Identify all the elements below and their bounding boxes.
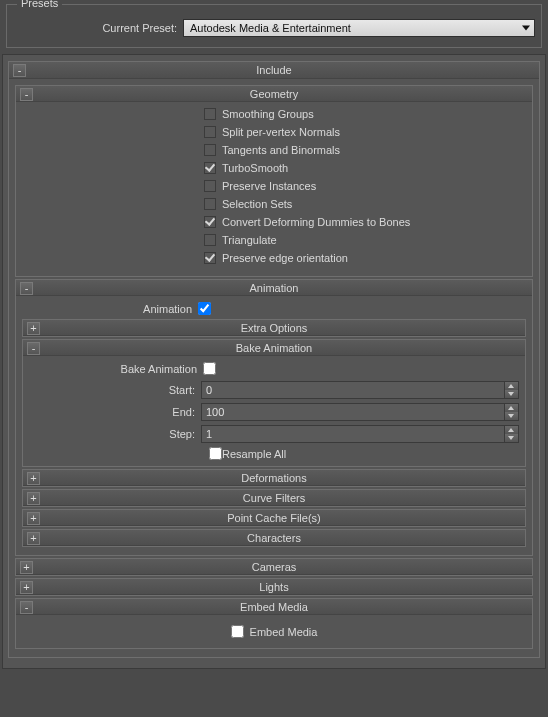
expand-icon[interactable]: + bbox=[27, 532, 40, 545]
geometry-option-checkbox[interactable] bbox=[204, 126, 216, 138]
extra-options-title: Extra Options bbox=[241, 322, 308, 334]
characters-rollup: + Characters bbox=[22, 529, 526, 547]
current-preset-value: Autodesk Media & Entertainment bbox=[190, 22, 351, 34]
start-spinner-buttons bbox=[505, 381, 519, 399]
end-label: End: bbox=[29, 406, 201, 418]
curve-filters-header[interactable]: + Curve Filters bbox=[23, 490, 525, 506]
resample-all-label: Resample All bbox=[222, 448, 286, 460]
expand-icon[interactable]: + bbox=[20, 581, 33, 594]
step-spinner bbox=[201, 425, 519, 443]
geometry-option-row: Smoothing Groups bbox=[204, 108, 526, 120]
animation-title: Animation bbox=[250, 282, 299, 294]
resample-all-checkbox[interactable] bbox=[209, 447, 222, 460]
embed-media-title: Embed Media bbox=[240, 601, 308, 613]
bake-animation-checkbox[interactable] bbox=[203, 362, 216, 375]
start-input[interactable] bbox=[201, 381, 505, 399]
presets-legend: Presets bbox=[17, 0, 62, 9]
geometry-option-row: Preserve Instances bbox=[204, 180, 526, 192]
geometry-option-row: Triangulate bbox=[204, 234, 526, 246]
point-cache-title: Point Cache File(s) bbox=[227, 512, 321, 524]
expand-icon[interactable]: + bbox=[20, 561, 33, 574]
bake-animation-header[interactable]: - Bake Animation bbox=[23, 340, 525, 356]
step-input[interactable] bbox=[201, 425, 505, 443]
geometry-option-label: Smoothing Groups bbox=[222, 108, 314, 120]
collapse-icon[interactable]: - bbox=[20, 88, 33, 101]
deformations-title: Deformations bbox=[241, 472, 306, 484]
current-preset-dropdown[interactable]: Autodesk Media & Entertainment bbox=[183, 19, 535, 37]
geometry-option-checkbox[interactable] bbox=[204, 108, 216, 120]
expand-icon[interactable]: + bbox=[27, 512, 40, 525]
geometry-option-row: Selection Sets bbox=[204, 198, 526, 210]
geometry-options-list: Smoothing GroupsSplit per-vertex Normals… bbox=[22, 108, 526, 264]
geometry-option-checkbox[interactable] bbox=[204, 180, 216, 192]
geometry-option-label: Selection Sets bbox=[222, 198, 292, 210]
geometry-option-label: Tangents and Binormals bbox=[222, 144, 340, 156]
extra-options-header[interactable]: + Extra Options bbox=[23, 320, 525, 336]
spinner-down-icon[interactable] bbox=[505, 412, 518, 420]
geometry-option-label: Preserve Instances bbox=[222, 180, 316, 192]
presets-panel: Presets Current Preset: Autodesk Media &… bbox=[6, 4, 542, 48]
geometry-option-row: TurboSmooth bbox=[204, 162, 526, 174]
include-header[interactable]: - Include bbox=[9, 62, 539, 79]
lights-title: Lights bbox=[259, 581, 288, 593]
collapse-icon[interactable]: - bbox=[20, 601, 33, 614]
geometry-option-row: Tangents and Binormals bbox=[204, 144, 526, 156]
collapse-icon[interactable]: - bbox=[20, 282, 33, 295]
end-input[interactable] bbox=[201, 403, 505, 421]
chevron-down-icon bbox=[522, 26, 530, 31]
collapse-icon[interactable]: - bbox=[27, 342, 40, 355]
geometry-option-label: Convert Deforming Dummies to Bones bbox=[222, 216, 410, 228]
geometry-option-checkbox[interactable] bbox=[204, 162, 216, 174]
spinner-up-icon[interactable] bbox=[505, 426, 518, 434]
lights-rollup: + Lights bbox=[15, 578, 533, 596]
embed-media-label: Embed Media bbox=[250, 626, 318, 638]
geometry-option-checkbox[interactable] bbox=[204, 198, 216, 210]
collapse-icon[interactable]: - bbox=[13, 64, 26, 77]
step-label: Step: bbox=[29, 428, 201, 440]
curve-filters-title: Curve Filters bbox=[243, 492, 305, 504]
animation-checkbox[interactable] bbox=[198, 302, 211, 315]
geometry-option-row: Preserve edge orientation bbox=[204, 252, 526, 264]
expand-icon[interactable]: + bbox=[27, 322, 40, 335]
lights-header[interactable]: + Lights bbox=[16, 579, 532, 595]
embed-media-header[interactable]: - Embed Media bbox=[16, 599, 532, 615]
geometry-title: Geometry bbox=[250, 88, 298, 100]
deformations-rollup: + Deformations bbox=[22, 469, 526, 487]
expand-icon[interactable]: + bbox=[27, 472, 40, 485]
cameras-header[interactable]: + Cameras bbox=[16, 559, 532, 575]
geometry-option-checkbox[interactable] bbox=[204, 144, 216, 156]
start-spinner bbox=[201, 381, 519, 399]
spinner-down-icon[interactable] bbox=[505, 390, 518, 398]
geometry-option-label: Triangulate bbox=[222, 234, 277, 246]
start-label: Start: bbox=[29, 384, 201, 396]
cameras-rollup: + Cameras bbox=[15, 558, 533, 576]
animation-check-label: Animation bbox=[22, 303, 198, 315]
bake-animation-title: Bake Animation bbox=[236, 342, 312, 354]
geometry-option-checkbox[interactable] bbox=[204, 234, 216, 246]
geometry-option-label: Preserve edge orientation bbox=[222, 252, 348, 264]
extra-options-rollup: + Extra Options bbox=[22, 319, 526, 337]
characters-title: Characters bbox=[247, 532, 301, 544]
characters-header[interactable]: + Characters bbox=[23, 530, 525, 546]
geometry-option-label: Split per-vertex Normals bbox=[222, 126, 340, 138]
point-cache-header[interactable]: + Point Cache File(s) bbox=[23, 510, 525, 526]
geometry-option-checkbox[interactable] bbox=[204, 216, 216, 228]
end-spinner bbox=[201, 403, 519, 421]
bake-animation-rollup: - Bake Animation Bake Animation Start: bbox=[22, 339, 526, 467]
deformations-header[interactable]: + Deformations bbox=[23, 470, 525, 486]
geometry-option-checkbox[interactable] bbox=[204, 252, 216, 264]
spinner-down-icon[interactable] bbox=[505, 434, 518, 442]
end-spinner-buttons bbox=[505, 403, 519, 421]
expand-icon[interactable]: + bbox=[27, 492, 40, 505]
embed-media-checkbox[interactable] bbox=[231, 625, 244, 638]
spinner-up-icon[interactable] bbox=[505, 382, 518, 390]
geometry-header[interactable]: - Geometry bbox=[16, 86, 532, 102]
options-panel: - Include - Geometry Smoothing GroupsSpl… bbox=[2, 54, 546, 669]
current-preset-label: Current Preset: bbox=[13, 22, 183, 34]
point-cache-rollup: + Point Cache File(s) bbox=[22, 509, 526, 527]
geometry-option-row: Convert Deforming Dummies to Bones bbox=[204, 216, 526, 228]
animation-header[interactable]: - Animation bbox=[16, 280, 532, 296]
animation-rollup: - Animation Animation + Extra Options bbox=[15, 279, 533, 556]
geometry-option-label: TurboSmooth bbox=[222, 162, 288, 174]
spinner-up-icon[interactable] bbox=[505, 404, 518, 412]
